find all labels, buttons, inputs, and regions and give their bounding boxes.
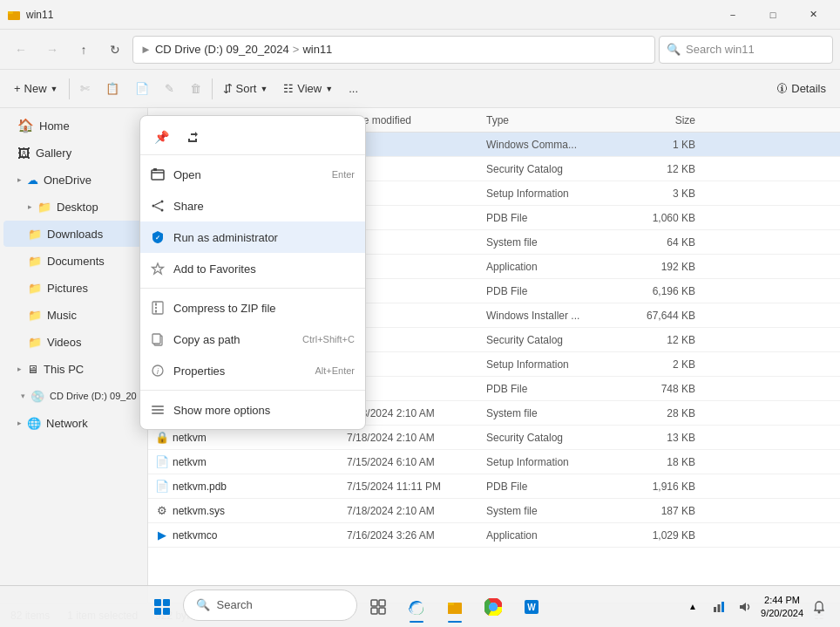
svg-rect-26	[163, 608, 170, 615]
sort-icon: ⇵	[223, 82, 233, 95]
toolbar: + New ▼ ✄ 📋 📄 ✎ 🗑 ⇵ Sort ▼ ☷ View ▼ ... …	[0, 70, 840, 108]
svg-rect-13	[155, 303, 157, 305]
store-button[interactable]: W	[514, 590, 549, 624]
inf3-icon: 📄	[155, 455, 169, 469]
forward-button[interactable]: →	[38, 36, 66, 64]
sort-button[interactable]: ⇵ Sort ▼	[216, 75, 275, 103]
details-button[interactable]: 🛈 Details	[769, 75, 833, 103]
table-row[interactable]: 📄 netkvm 7/15/2024 6:10 AM Setup Informa…	[148, 450, 840, 474]
search-placeholder: Search win11	[686, 43, 755, 56]
breadcrumb-part2[interactable]: win11	[302, 43, 332, 56]
downloads-folder-icon: 📁	[28, 228, 42, 241]
paste-button[interactable]: 📄	[128, 75, 156, 103]
edge-button[interactable]	[399, 590, 434, 624]
delete-button[interactable]: 🗑	[183, 75, 208, 103]
svg-rect-33	[448, 605, 462, 614]
up-button[interactable]: ↑	[70, 36, 98, 64]
column-type[interactable]: Type	[486, 114, 626, 126]
view-button[interactable]: ☷ View ▼	[276, 75, 340, 103]
sidebar-item-desktop[interactable]: ▸ 📁 Desktop	[3, 194, 144, 220]
task-view-button[interactable]	[361, 590, 396, 624]
system-time[interactable]: 2:44 PM 9/20/2024	[761, 594, 803, 619]
context-menu-share[interactable]: Share	[140, 190, 365, 221]
column-size[interactable]: Size	[626, 114, 695, 126]
sidebar-item-cddrive[interactable]: ▾ 💿 CD Drive (D:) 09_20	[3, 383, 144, 409]
thispc-icon: 🖥	[27, 363, 38, 376]
sidebar-item-home[interactable]: 🏠 Home	[3, 112, 144, 139]
taskbar-center: 🔍 Search W	[10, 590, 682, 624]
new-button[interactable]: + New ▼	[7, 75, 65, 103]
file-explorer-taskbar-button[interactable]	[437, 590, 472, 624]
copy-button[interactable]: 📋	[98, 75, 126, 103]
rename-icon: ✎	[165, 82, 174, 95]
sidebar-item-network[interactable]: ▸ 🌐 Network	[3, 410, 144, 436]
refresh-button[interactable]: ↻	[101, 36, 129, 64]
svg-text:✓: ✓	[155, 235, 160, 241]
cut-button[interactable]: ✄	[73, 75, 97, 103]
pictures-folder-icon: 📁	[28, 282, 42, 295]
back-button[interactable]: ←	[7, 36, 35, 64]
svg-rect-1	[8, 11, 13, 14]
context-menu-open[interactable]: Open Enter	[140, 159, 365, 190]
svg-rect-22	[152, 412, 164, 414]
svg-rect-15	[155, 310, 157, 312]
context-menu-compress-zip[interactable]: Compress to ZIP file	[140, 292, 365, 324]
table-row[interactable]: 📄 netkvm.pdb 7/15/2024 11:11 PM PDB File…	[148, 474, 840, 499]
cd-icon: 💿	[30, 390, 44, 403]
breadcrumb-part1[interactable]: CD Drive (D:) 09_20_2024	[155, 43, 289, 56]
onedrive-icon: ☁	[27, 174, 38, 187]
column-date[interactable]: Date modified	[347, 114, 486, 126]
new-icon: +	[14, 82, 21, 95]
sidebar-item-music[interactable]: 📁 Music	[3, 302, 144, 328]
search-icon: 🔍	[667, 43, 681, 56]
table-row[interactable]: ▶ netkvmco 7/16/2024 3:26 AM Application…	[148, 523, 840, 548]
context-menu-pinbar: 📌	[140, 119, 365, 155]
star-icon	[151, 262, 165, 276]
share-icon	[151, 199, 165, 213]
search-box[interactable]: 🔍 Search win11	[659, 36, 833, 64]
context-menu-properties[interactable]: i Properties Alt+Enter	[140, 355, 365, 386]
start-button[interactable]	[145, 590, 180, 624]
more-button[interactable]: ...	[342, 75, 365, 103]
expand-icon-cd: ▾	[21, 392, 25, 400]
minimize-button[interactable]: −	[713, 0, 753, 30]
taskbar-search-icon: 🔍	[196, 598, 210, 611]
sidebar-item-documents[interactable]: 📁 Documents	[3, 248, 144, 274]
context-menu-run-admin[interactable]: ✓ Run as administrator	[140, 221, 365, 253]
sidebar-item-gallery[interactable]: 🖼 Gallery	[3, 140, 144, 166]
context-menu-copy-path[interactable]: Copy as path Ctrl+Shift+C	[140, 324, 365, 355]
clock-time: 2:44 PM	[761, 594, 803, 606]
sidebar-item-onedrive[interactable]: ▸ ☁ OneDrive	[3, 167, 144, 193]
close-button[interactable]: ✕	[793, 0, 833, 30]
desktop-folder-icon: 📁	[37, 201, 51, 214]
svg-rect-42	[721, 602, 724, 612]
ctx-share-icon-button[interactable]	[179, 125, 207, 149]
volume-tray-button[interactable]	[735, 590, 755, 624]
context-menu-sep1	[140, 288, 365, 289]
sidebar: 🏠 Home 🖼 Gallery ▸ ☁ OneDrive ▸ 📁 Deskto…	[0, 108, 148, 603]
context-menu: 📌 Open Enter Share ✓ Run as administ	[139, 115, 366, 430]
notification-button[interactable]	[809, 590, 830, 624]
sidebar-item-videos[interactable]: 📁 Videos	[3, 329, 144, 355]
maximize-button[interactable]: □	[753, 0, 793, 30]
address-bar: ← → ↑ ↻ ► CD Drive (D:) 09_20_2024 > win…	[0, 30, 840, 70]
sidebar-item-downloads[interactable]: 📁 Downloads	[3, 221, 144, 247]
documents-folder-icon: 📁	[28, 255, 42, 268]
context-menu-show-more[interactable]: Show more options	[140, 394, 365, 426]
ctx-pin-taskbar-button[interactable]: 📌	[147, 125, 175, 149]
taskbar-search[interactable]: 🔍 Search	[183, 590, 357, 621]
table-row[interactable]: ⚙ netkvm.sys 7/18/2024 2:10 AM System fi…	[148, 499, 840, 523]
breadcrumb[interactable]: ► CD Drive (D:) 09_20_2024 > win11	[132, 36, 655, 64]
exe2-icon: ▶	[155, 528, 169, 542]
network-tray-button[interactable]	[708, 590, 729, 624]
rename-button[interactable]: ✎	[158, 75, 181, 103]
sidebar-item-pictures[interactable]: 📁 Pictures	[3, 275, 144, 301]
browser-button[interactable]	[476, 590, 511, 624]
sidebar-item-thispc[interactable]: ▸ 🖥 This PC	[3, 356, 144, 382]
svg-rect-21	[152, 409, 164, 411]
view-dropdown-icon: ▼	[325, 85, 333, 93]
tray-expand-button[interactable]: ▲	[682, 590, 703, 624]
context-menu-add-favorites[interactable]: Add to Favorites	[140, 253, 365, 284]
svg-rect-11	[152, 302, 163, 314]
title-bar: win11 − □ ✕	[0, 0, 840, 30]
